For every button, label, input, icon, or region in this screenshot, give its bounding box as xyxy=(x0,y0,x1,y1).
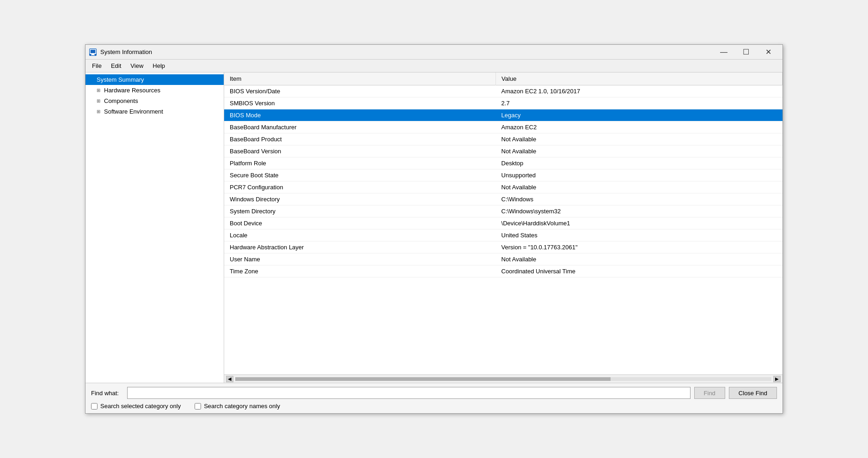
scroll-left-btn[interactable]: ◀ xyxy=(226,376,233,382)
close-find-button[interactable]: Close Find xyxy=(729,387,777,399)
table-cell-value: Amazon EC2 1.0, 10/16/2017 xyxy=(496,85,782,97)
table-cell-value: Not Available xyxy=(496,181,782,193)
sidebar-label-hardware-resources: Hardware Resources xyxy=(104,87,160,94)
horizontal-scrollbar[interactable]: ◀ ▶ xyxy=(224,374,782,383)
app-icon xyxy=(89,48,97,56)
table-cell-item: BaseBoard Product xyxy=(224,133,496,145)
menu-help[interactable]: Help xyxy=(148,60,170,71)
checkbox-category-names-label[interactable]: Search category names only xyxy=(195,403,280,410)
table-row[interactable]: BaseBoard ProductNot Available xyxy=(224,133,782,145)
sidebar-item-system-summary[interactable]: System Summary xyxy=(86,74,224,85)
menu-view[interactable]: View xyxy=(126,60,148,71)
data-table[interactable]: Item Value BIOS Version/DateAmazon EC2 1… xyxy=(224,72,782,374)
col-header-item: Item xyxy=(224,72,496,85)
checkbox-row: Search selected category only Search cat… xyxy=(91,403,777,410)
table-row[interactable]: Windows DirectoryC:\Windows xyxy=(224,193,782,205)
table-cell-item: Locale xyxy=(224,229,496,241)
checkbox-selected-category-text: Search selected category only xyxy=(100,403,181,410)
checkbox-category-names[interactable] xyxy=(195,403,201,410)
table-row[interactable]: Secure Boot StateUnsupported xyxy=(224,169,782,181)
find-row: Find what: Find Close Find xyxy=(91,387,777,399)
table-cell-item: BIOS Mode xyxy=(224,109,496,121)
window-title: System Information xyxy=(100,48,713,55)
table-row[interactable]: BaseBoard ManufacturerAmazon EC2 xyxy=(224,121,782,133)
table-cell-item: PCR7 Configuration xyxy=(224,181,496,193)
table-cell-item: System Directory xyxy=(224,205,496,217)
left-panel: System Summary ⊞ Hardware Resources ⊞ Co… xyxy=(86,72,224,383)
table-cell-item: Secure Boot State xyxy=(224,169,496,181)
table-cell-value: Unsupported xyxy=(496,169,782,181)
info-table: Item Value BIOS Version/DateAmazon EC2 1… xyxy=(224,72,782,277)
window-controls: — ☐ ✕ xyxy=(713,45,779,60)
table-cell-item: BaseBoard Manufacturer xyxy=(224,121,496,133)
table-row[interactable]: BIOS Version/DateAmazon EC2 1.0, 10/16/2… xyxy=(224,85,782,97)
checkbox-category-names-text: Search category names only xyxy=(204,403,280,410)
maximize-button[interactable]: ☐ xyxy=(735,45,757,60)
table-cell-value: \Device\HarddiskVolume1 xyxy=(496,217,782,229)
table-row[interactable]: User NameNot Available xyxy=(224,253,782,265)
sidebar-item-hardware-resources[interactable]: ⊞ Hardware Resources xyxy=(86,85,224,96)
table-cell-item: Hardware Abstraction Layer xyxy=(224,241,496,253)
table-cell-value: 2.7 xyxy=(496,97,782,109)
right-panel: Item Value BIOS Version/DateAmazon EC2 1… xyxy=(224,72,782,383)
close-button[interactable]: ✕ xyxy=(758,45,779,60)
table-cell-value: Not Available xyxy=(496,253,782,265)
scroll-thumb[interactable] xyxy=(235,377,611,381)
table-cell-value: C:\Windows xyxy=(496,193,782,205)
table-row[interactable]: LocaleUnited States xyxy=(224,229,782,241)
main-window: System Information — ☐ ✕ File Edit View … xyxy=(85,44,783,414)
sidebar-label-system-summary: System Summary xyxy=(97,76,144,83)
find-label: Find what: xyxy=(91,390,123,397)
scroll-track[interactable] xyxy=(235,377,771,381)
table-row[interactable]: Platform RoleDesktop xyxy=(224,157,782,169)
minimize-button[interactable]: — xyxy=(713,45,734,60)
table-cell-item: User Name xyxy=(224,253,496,265)
table-cell-item: BaseBoard Version xyxy=(224,145,496,157)
content-area: System Summary ⊞ Hardware Resources ⊞ Co… xyxy=(86,72,782,383)
col-header-value: Value xyxy=(496,72,782,85)
table-row[interactable]: System DirectoryC:\Windows\system32 xyxy=(224,205,782,217)
menu-file[interactable]: File xyxy=(87,60,106,71)
table-cell-value: Version = "10.0.17763.2061" xyxy=(496,241,782,253)
table-row[interactable]: Time ZoneCoordinated Universal Time xyxy=(224,265,782,277)
svg-rect-0 xyxy=(90,49,96,54)
checkbox-selected-category-label[interactable]: Search selected category only xyxy=(91,403,181,410)
scroll-right-btn[interactable]: ▶ xyxy=(773,376,781,382)
table-row[interactable]: Boot Device\Device\HarddiskVolume1 xyxy=(224,217,782,229)
table-cell-item: BIOS Version/Date xyxy=(224,85,496,97)
sidebar-item-components[interactable]: ⊞ Components xyxy=(86,96,224,106)
sidebar-item-software-environment[interactable]: ⊞ Software Environment xyxy=(86,106,224,117)
table-cell-value: Not Available xyxy=(496,145,782,157)
table-cell-item: Boot Device xyxy=(224,217,496,229)
table-cell-value: United States xyxy=(496,229,782,241)
table-cell-value: Coordinated Universal Time xyxy=(496,265,782,277)
table-cell-value: Amazon EC2 xyxy=(496,121,782,133)
table-cell-item: Time Zone xyxy=(224,265,496,277)
menu-bar: File Edit View Help xyxy=(86,60,782,72)
table-row[interactable]: BIOS ModeLegacy xyxy=(224,109,782,121)
table-cell-value: Legacy xyxy=(496,109,782,121)
table-cell-value: C:\Windows\system32 xyxy=(496,205,782,217)
table-row[interactable]: PCR7 ConfigurationNot Available xyxy=(224,181,782,193)
table-cell-item: SMBIOS Version xyxy=(224,97,496,109)
find-button[interactable]: Find xyxy=(694,387,725,399)
table-row[interactable]: BaseBoard VersionNot Available xyxy=(224,145,782,157)
table-row[interactable]: Hardware Abstraction LayerVersion = "10.… xyxy=(224,241,782,253)
title-bar: System Information — ☐ ✕ xyxy=(86,45,782,60)
table-cell-item: Platform Role xyxy=(224,157,496,169)
table-cell-value: Desktop xyxy=(496,157,782,169)
expand-icon-hardware-resources: ⊞ xyxy=(97,88,102,93)
bottom-bar: Find what: Find Close Find Search select… xyxy=(86,383,782,413)
table-cell-item: Windows Directory xyxy=(224,193,496,205)
expand-icon-components: ⊞ xyxy=(97,98,102,103)
sidebar-label-software-environment: Software Environment xyxy=(104,108,163,115)
sidebar-label-components: Components xyxy=(104,97,138,104)
checkbox-selected-category[interactable] xyxy=(91,403,98,410)
expand-icon-software-environment: ⊞ xyxy=(97,109,102,114)
find-input[interactable] xyxy=(127,387,691,399)
menu-edit[interactable]: Edit xyxy=(106,60,126,71)
table-row[interactable]: SMBIOS Version2.7 xyxy=(224,97,782,109)
table-cell-value: Not Available xyxy=(496,133,782,145)
